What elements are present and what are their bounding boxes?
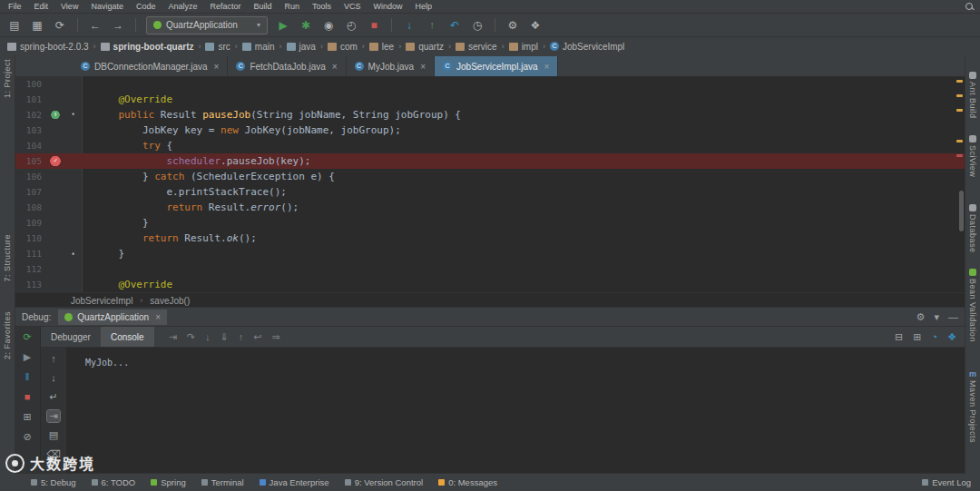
drop-frame-icon[interactable]: ↩ — [253, 331, 261, 343]
breadcrumb-item-service[interactable]: service — [454, 42, 499, 52]
menu-item-view[interactable]: View — [54, 2, 84, 11]
breadcrumb-item-impl[interactable]: impl — [507, 42, 540, 52]
scroll-to-end-icon[interactable]: ⇥ — [47, 410, 59, 422]
breadcrumb-item-quartz[interactable]: quartz — [404, 42, 446, 52]
statusbar-item-0-messages[interactable]: 0: Messages — [438, 477, 497, 487]
run-config-select[interactable]: QuartzApplication▾ — [146, 16, 268, 34]
search-icon[interactable] — [965, 3, 973, 10]
debug-icon[interactable]: ✱ — [299, 18, 313, 33]
debug-session-tab[interactable]: QuartzApplication × — [58, 309, 167, 325]
breadcrumb-item-jobserviceimpl[interactable]: CJobServiceImpl — [548, 42, 626, 52]
menu-item-tools[interactable]: Tools — [306, 2, 338, 11]
run-coverage-icon[interactable]: ◉ — [321, 18, 336, 33]
override-method-icon[interactable]: ↑ — [45, 107, 65, 123]
step-out-icon[interactable]: ↑ — [239, 331, 244, 343]
debug-console[interactable]: MyJob... — [67, 348, 965, 474]
tool-stripe-button-2-favorites[interactable]: 2: Favorites — [3, 311, 12, 359]
step-into-icon[interactable]: ↓ — [205, 331, 211, 343]
chevron-down-icon[interactable]: ▾ — [934, 311, 939, 323]
code-line[interactable]: 107 e.printStackTrace(); — [15, 184, 965, 200]
print-icon[interactable]: ▤ — [49, 429, 58, 441]
code-line[interactable]: 111▴ } — [15, 246, 965, 261]
breadcrumb-item-java[interactable]: java — [285, 42, 318, 52]
statusbar-item-java-enterprise[interactable]: Java Enterprise — [260, 477, 329, 487]
soft-wrap-icon[interactable]: ↵ — [49, 391, 57, 403]
open-project-icon[interactable]: ▤ — [7, 18, 22, 33]
tool-stripe-button-bean-validation[interactable]: Bean Validation — [968, 269, 977, 342]
statusbar-item-spring[interactable]: Spring — [151, 477, 185, 487]
collect-garbage-icon[interactable]: ❖ — [947, 331, 956, 343]
memory-view-icon[interactable]: ◔ — [931, 331, 937, 343]
menu-item-window[interactable]: Window — [368, 2, 409, 11]
statusbar-item-terminal[interactable]: Terminal — [201, 477, 244, 487]
menu-item-run[interactable]: Run — [279, 2, 307, 11]
menu-item-build[interactable]: Build — [247, 2, 278, 11]
resume-icon[interactable]: ▶ — [24, 351, 31, 363]
view-breakpoints-icon[interactable]: ⊞ — [23, 411, 31, 423]
fold-marker[interactable]: ▴ — [65, 246, 81, 261]
run-icon[interactable]: ▶ — [276, 18, 290, 33]
breadcrumb-class[interactable]: JobServiceImpl — [71, 296, 132, 306]
menu-item-code[interactable]: Code — [130, 2, 162, 11]
code-line[interactable]: 113 @Override — [15, 277, 965, 292]
breadcrumb-item-src[interactable]: src — [203, 42, 231, 52]
mute-breakpoints-icon[interactable]: ⊘ — [23, 431, 31, 443]
tool-stripe-button-ant-build[interactable]: Ant Build — [968, 72, 977, 119]
rerun-icon[interactable]: ⟳ — [23, 331, 31, 343]
sync-icon[interactable]: ⟳ — [53, 18, 67, 33]
down-stack-trace-icon[interactable]: ↓ — [51, 372, 56, 384]
code-line[interactable]: 108 return Result.error(); — [15, 200, 965, 215]
code-line[interactable]: 110 return Result.ok(); — [15, 231, 965, 246]
tool-stripe-button-1-project[interactable]: 1: Project — [3, 59, 12, 98]
close-icon[interactable]: × — [155, 312, 161, 322]
vcs-commit-icon[interactable]: ↑ — [425, 18, 439, 33]
close-icon[interactable]: × — [420, 62, 426, 72]
tab-myjob-java[interactable]: CMyJob.java× — [347, 56, 435, 76]
code-line[interactable]: 109 } — [15, 215, 965, 231]
code-line[interactable]: 101 @Override — [15, 92, 965, 107]
code-line[interactable]: 100 — [15, 76, 965, 92]
statusbar-item-5-debug[interactable]: 5: Debug — [31, 477, 76, 487]
breadcrumb-item-spring-boot-quartz[interactable]: spring-boot-quartz — [99, 42, 196, 52]
tool-stripe-button-maven-projects[interactable]: mMaven Projects — [968, 369, 977, 443]
fold-marker[interactable]: ▾ — [65, 107, 81, 123]
statusbar-item-9-version-control[interactable]: 9: Version Control — [345, 477, 424, 487]
menu-item-file[interactable]: File — [2, 2, 28, 11]
tool-stripe-button-7-structure[interactable]: 7: Structure — [3, 234, 12, 282]
hide-panel-icon[interactable]: — — [948, 311, 958, 323]
close-icon[interactable]: × — [544, 62, 550, 72]
menu-item-refactor[interactable]: Refactor — [203, 2, 247, 11]
close-icon[interactable]: × — [214, 62, 220, 72]
tab-debugger[interactable]: Debugger — [41, 327, 101, 347]
tab-fetchdatajob-java[interactable]: CFetchDataJob.java× — [228, 56, 346, 76]
code-line[interactable]: 106 } catch (SchedulerException e) { — [15, 169, 965, 184]
pause-icon[interactable]: ‖ — [25, 371, 30, 383]
breakpoint-icon[interactable]: ✓ — [45, 153, 65, 169]
breadcrumb-item-spring-boot-2-0-3[interactable]: spring-boot-2.0.3 — [5, 42, 91, 52]
tool-stripe-button-database[interactable]: Database — [968, 204, 977, 253]
stop-icon[interactable]: ■ — [367, 18, 381, 33]
vcs-revert-icon[interactable]: ↶ — [447, 18, 462, 33]
tool-stripe-button-sciview[interactable]: SciView — [968, 135, 977, 177]
code-line[interactable]: 105✓ scheduler.pauseJob(key); — [15, 153, 965, 169]
breadcrumb-item-main[interactable]: main — [240, 42, 277, 52]
plugins-icon[interactable]: ❖ — [528, 18, 543, 33]
force-step-into-icon[interactable]: ⇓ — [220, 331, 229, 343]
settings-icon[interactable]: ⚙ — [916, 311, 926, 323]
menu-item-navigate[interactable]: Navigate — [84, 2, 130, 11]
step-over-icon[interactable]: ↷ — [187, 331, 195, 343]
show-execution-point-icon[interactable]: ⇥ — [169, 331, 177, 343]
profiler-icon[interactable]: ◴ — [344, 18, 358, 33]
save-all-icon[interactable]: ▦ — [30, 18, 44, 33]
code-line[interactable]: 112 — [15, 261, 965, 277]
close-icon[interactable]: × — [332, 62, 338, 72]
settings-icon[interactable]: ⚙ — [505, 18, 520, 33]
run-to-cursor-icon[interactable]: ⇒ — [272, 331, 280, 343]
editor-scrollbar[interactable] — [959, 191, 964, 231]
tab-console[interactable]: Console — [101, 327, 154, 347]
statusbar-item-event-log[interactable]: Event Log — [922, 477, 971, 487]
back-icon[interactable]: ← — [88, 18, 103, 33]
menu-item-analyze[interactable]: Analyze — [162, 2, 203, 11]
up-stack-trace-icon[interactable]: ↑ — [51, 353, 56, 365]
editor[interactable]: 100101 @Override102↑▾ public Result paus… — [15, 76, 965, 292]
